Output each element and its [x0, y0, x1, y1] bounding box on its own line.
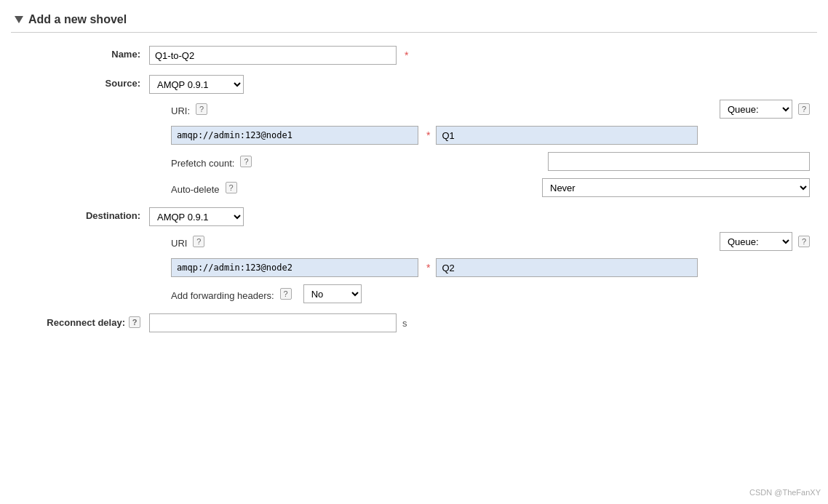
section-title: Add a new shovel — [28, 13, 127, 26]
source-queue-label-row: Queue: Exchange: ? — [720, 100, 810, 119]
source-uri-input[interactable] — [171, 126, 418, 145]
dest-uri-queue-labels: URI ? Queue: Exchange: ? — [171, 232, 810, 251]
source-label: Source: — [18, 75, 149, 89]
forwarding-row: Add forwarding headers: ? No Yes — [171, 284, 810, 303]
page-wrapper: Add a new shovel Name: * Source: AMQP 0.… — [0, 0, 828, 350]
dest-protocol-row: AMQP 0.9.1 AMQP 1.0 — [149, 207, 810, 226]
source-uri-value-row: * — [171, 126, 810, 145]
name-controls: * — [149, 46, 408, 65]
source-row: Source: AMQP 0.9.1 AMQP 1.0 URI: ? — [18, 75, 810, 197]
source-queue-help-icon[interactable]: ? — [798, 103, 810, 115]
dest-queue-help-icon[interactable]: ? — [798, 236, 810, 247]
source-protocol-select[interactable]: AMQP 0.9.1 AMQP 1.0 — [149, 75, 244, 94]
source-protocol-row: AMQP 0.9.1 AMQP 1.0 — [149, 75, 810, 94]
form-body: Name: * Source: AMQP 0.9.1 AMQP 1.0 — [11, 46, 817, 332]
destination-label: Destination: — [18, 207, 149, 221]
watermark: CSDN @TheFanXY — [749, 488, 821, 497]
reconnect-label: Reconnect delay: ? — [18, 313, 149, 328]
dest-sub-section: URI ? Queue: Exchange: ? — [149, 232, 810, 303]
destination-controls: AMQP 0.9.1 AMQP 1.0 URI ? Queue: Exchan — [149, 207, 810, 303]
forwarding-select[interactable]: No Yes — [303, 284, 362, 303]
dest-uri-help-icon[interactable]: ? — [193, 236, 204, 247]
section-header: Add a new shovel — [11, 7, 817, 33]
forwarding-label: Add forwarding headers: — [171, 287, 274, 301]
reconnect-unit: s — [402, 318, 407, 329]
source-uri-label: URI: — [171, 103, 190, 116]
source-uri-queue-labels: URI: ? Queue: Exchange: ? — [171, 100, 810, 119]
name-row: Name: * — [18, 46, 810, 65]
dest-uri-label: URI — [171, 235, 187, 249]
reconnect-label-text: Reconnect delay: — [47, 317, 125, 328]
source-queue-select[interactable]: Queue: Exchange: — [720, 100, 792, 119]
auto-delete-label: Auto-delete — [171, 181, 220, 195]
dest-uri-input[interactable] — [171, 258, 418, 277]
name-required: * — [405, 49, 408, 61]
prefetch-label: Prefetch count: — [171, 155, 234, 169]
reconnect-help-icon[interactable]: ? — [129, 316, 140, 328]
collapse-icon[interactable] — [15, 16, 23, 23]
destination-protocol-select[interactable]: AMQP 0.9.1 AMQP 1.0 — [149, 207, 244, 226]
source-uri-help-icon[interactable]: ? — [196, 103, 207, 115]
prefetch-help-icon[interactable]: ? — [240, 156, 252, 167]
auto-delete-select[interactable]: Never After initial length transferred O… — [542, 178, 810, 197]
reconnect-input[interactable] — [149, 313, 397, 332]
source-queue-input[interactable] — [436, 126, 698, 145]
reconnect-controls: s — [149, 313, 407, 332]
dest-uri-required: * — [426, 262, 430, 273]
dest-queue-select[interactable]: Queue: Exchange: — [720, 232, 792, 251]
forwarding-help-icon[interactable]: ? — [280, 288, 292, 300]
source-controls: AMQP 0.9.1 AMQP 1.0 URI: ? Queue: Exchan… — [149, 75, 810, 197]
prefetch-input[interactable] — [548, 152, 810, 171]
destination-row: Destination: AMQP 0.9.1 AMQP 1.0 URI ? — [18, 207, 810, 303]
auto-delete-help-icon[interactable]: ? — [226, 182, 237, 193]
dest-queue-label-row: Queue: Exchange: ? — [720, 232, 810, 251]
dest-queue-input[interactable] — [436, 258, 698, 277]
name-label: Name: — [18, 46, 149, 60]
source-uri-required: * — [426, 129, 430, 141]
prefetch-row: Prefetch count: ? — [171, 152, 810, 171]
name-input[interactable] — [149, 46, 397, 65]
reconnect-row: Reconnect delay: ? s — [18, 313, 810, 332]
source-uri-section: URI: ? Queue: Exchange: ? — [149, 100, 810, 197]
auto-delete-row: Auto-delete ? Never After initial length… — [171, 178, 810, 197]
dest-uri-value-row: * — [171, 258, 810, 277]
